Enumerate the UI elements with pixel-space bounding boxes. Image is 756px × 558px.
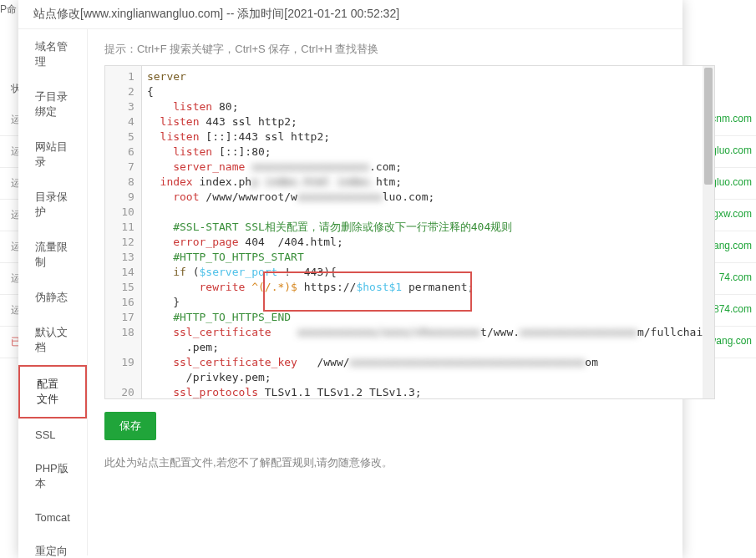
code-line[interactable]: server bbox=[147, 69, 709, 84]
sidebar: 域名管理子目录绑定网站目录目录保护流量限制伪静态默认文档配置文件SSLPHP版本… bbox=[18, 29, 88, 555]
bg-header-frag: P命 bbox=[0, 3, 17, 17]
code-line[interactable]: listen 80; bbox=[147, 99, 709, 114]
sidebar-item[interactable]: 默认文档 bbox=[18, 315, 87, 365]
code-line[interactable]: #HTTP_TO_HTTPS_START bbox=[147, 250, 709, 265]
content-panel: 提示：Ctrl+F 搜索关键字，Ctrl+S 保存，Ctrl+H 查找替换 12… bbox=[88, 29, 732, 555]
sidebar-item[interactable]: 重定向 bbox=[18, 534, 87, 558]
line-number: 12 bbox=[105, 235, 134, 250]
line-number: 1 bbox=[105, 69, 134, 84]
line-number: 11 bbox=[105, 220, 134, 235]
code-line[interactable]: error_page 404 /404.html; bbox=[147, 235, 709, 250]
code-line[interactable]: index index.php index.html index.htm; bbox=[147, 175, 709, 190]
line-number: 10 bbox=[105, 205, 134, 220]
line-number: 15 bbox=[105, 280, 134, 295]
line-number: 5 bbox=[105, 129, 134, 145]
line-number: 9 bbox=[105, 190, 134, 205]
code-line[interactable]: server_name xxxxxxxxxxxxxxxxxx.com; bbox=[147, 160, 709, 175]
editor-content[interactable]: server{ listen 80; listen 443 ssl http2;… bbox=[142, 66, 714, 398]
code-line[interactable]: root /www/wwwroot/wxxxxxxxxxxxxxluo.com; bbox=[147, 190, 709, 205]
sidebar-item[interactable]: 网站目录 bbox=[18, 129, 87, 180]
editor-hint: 提示：Ctrl+F 搜索关键字，Ctrl+S 保存，Ctrl+H 查找替换 bbox=[104, 42, 715, 57]
sidebar-item[interactable]: 子目录绑定 bbox=[18, 79, 87, 129]
line-number: 7 bbox=[105, 160, 134, 175]
line-number: 4 bbox=[105, 114, 134, 129]
sidebar-item[interactable]: Tomcat bbox=[18, 501, 87, 534]
line-number: 16 bbox=[105, 295, 134, 310]
sidebar-item[interactable]: 目录保护 bbox=[18, 180, 87, 230]
code-line[interactable]: rewrite ^(/.*)$ https://$host$1 permanen… bbox=[147, 280, 709, 295]
editor-scrollbar[interactable] bbox=[703, 66, 714, 398]
code-line[interactable]: #HTTP_TO_HTTPS_END bbox=[147, 310, 709, 325]
scrollbar-thumb[interactable] bbox=[704, 68, 713, 185]
line-number: 3 bbox=[105, 99, 134, 114]
code-line[interactable]: ssl_certificate_key /www/xxxxxxxxxxxxxxx… bbox=[147, 355, 709, 385]
line-number: 20 bbox=[105, 385, 134, 400]
sidebar-item[interactable]: 配置文件 bbox=[18, 365, 87, 418]
sidebar-item[interactable]: 域名管理 bbox=[18, 29, 87, 79]
line-number: 6 bbox=[105, 145, 134, 160]
code-line[interactable]: if ($server_port !~ 443){ bbox=[147, 265, 709, 280]
config-editor[interactable]: 123456789101112131415161718 19 20 server… bbox=[104, 65, 715, 399]
sidebar-item[interactable]: 流量限制 bbox=[18, 230, 87, 280]
code-line[interactable]: listen [::]:80; bbox=[147, 145, 709, 160]
line-number: 14 bbox=[105, 265, 134, 280]
save-button[interactable]: 保存 bbox=[104, 412, 156, 440]
sidebar-item[interactable]: SSL bbox=[18, 418, 87, 451]
line-number: 2 bbox=[105, 84, 134, 99]
code-line[interactable]: #SSL-START SSL相关配置，请勿删除或修改下一行带注释的404规则 bbox=[147, 220, 709, 235]
line-number: 19 bbox=[105, 355, 134, 370]
code-line[interactable]: { bbox=[147, 84, 709, 99]
line-number: 13 bbox=[105, 250, 134, 265]
warning-text: 此处为站点主配置文件,若您不了解配置规则,请勿随意修改。 bbox=[104, 455, 715, 470]
sidebar-item[interactable]: 伪静态 bbox=[18, 280, 87, 315]
code-line[interactable]: listen 443 ssl http2; bbox=[147, 114, 709, 129]
line-number: 8 bbox=[105, 175, 134, 190]
code-line[interactable] bbox=[147, 205, 709, 220]
line-number: 18 bbox=[105, 325, 134, 340]
sidebar-item[interactable]: PHP版本 bbox=[18, 451, 87, 501]
line-number: 17 bbox=[105, 310, 134, 325]
code-line[interactable]: } bbox=[147, 295, 709, 310]
code-line[interactable]: listen [::]:443 ssl http2; bbox=[147, 129, 709, 145]
code-line[interactable]: ssl_protocols TLSv1.1 TLSv1.2 TLSv1.3; bbox=[147, 385, 709, 398]
modal-title: 站点修改[www.xinglianwangluo.com] -- 添加时间[20… bbox=[18, 0, 682, 29]
line-gutter: 123456789101112131415161718 19 20 bbox=[105, 66, 142, 398]
code-line[interactable]: ssl_certificate xxxxxxxxxxxx/xxxx/vhxxxx… bbox=[147, 325, 709, 355]
site-edit-modal: 站点修改[www.xinglianwangluo.com] -- 添加时间[20… bbox=[18, 0, 682, 558]
